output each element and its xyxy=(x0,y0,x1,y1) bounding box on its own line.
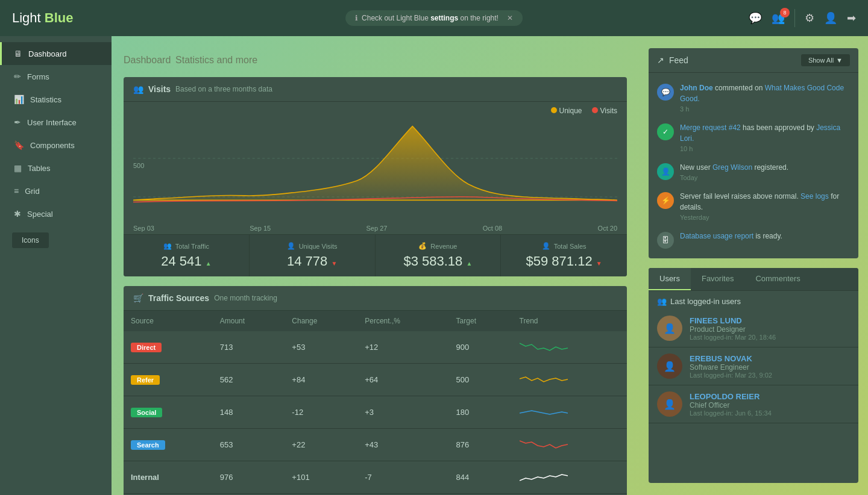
user-name[interactable]: LEOPOLDO REIER xyxy=(690,392,772,401)
col-target: Target xyxy=(449,311,512,331)
feed-item-content: Server fail level raises above normal. S… xyxy=(680,191,850,221)
revenue-trend-icon: ▲ xyxy=(466,260,472,267)
cell-source: Internal xyxy=(124,461,213,494)
chat-icon[interactable]: 💬 xyxy=(749,11,762,25)
sidebar-label-forms: Forms xyxy=(27,72,49,81)
legend-visits: Visits xyxy=(592,107,617,115)
main-content: Dashboard Statistics and more 👥 Visits B… xyxy=(112,36,639,495)
settings-icon[interactable]: ⚙ xyxy=(805,11,814,25)
sidebar-label-statistics: Statistics xyxy=(30,95,61,104)
stat-revenue: 💰 Revenue $3 583.18 ▲ xyxy=(376,235,502,276)
sidebar-label-grid: Grid xyxy=(25,187,40,196)
table-row: Direct 713 +53 +12 900 xyxy=(124,331,627,364)
x-label-0: Sep 03 xyxy=(133,225,154,232)
sidebar-label-tables: Tables xyxy=(28,164,51,173)
sidebar-item-forms[interactable]: ✏ Forms xyxy=(0,65,112,88)
sidebar-label-ui: User Interface xyxy=(27,118,77,127)
icons-button[interactable]: Icons xyxy=(12,232,49,248)
source-badge: Refer xyxy=(131,375,160,385)
cell-amount: 562 xyxy=(213,364,285,396)
cell-amount: 713 xyxy=(213,331,285,364)
feed-card: ↗ Feed Show All ▼ 💬 John Doe commented o… xyxy=(649,48,858,258)
notification-close[interactable]: ✕ xyxy=(507,14,513,22)
users-list: 👤 FINEES LUND Product Designer Last logg… xyxy=(649,310,858,423)
sidebar-item-grid[interactable]: ≡ Grid xyxy=(0,179,112,202)
show-all-button[interactable]: Show All ▼ xyxy=(801,54,850,66)
feed-item-text: New user Greg Wilson registered. xyxy=(680,162,788,173)
sparkline-chart xyxy=(520,435,568,453)
stat-total-traffic: 👥 Total Traffic 24 541 ▲ xyxy=(124,235,250,276)
avatar-placeholder: 👤 xyxy=(664,399,676,410)
visits-card-header: 👥 Visits Based on a three months data xyxy=(124,77,627,102)
feed-item-time: 3 h xyxy=(680,105,850,113)
x-label-4: Oct 20 xyxy=(598,225,617,232)
user-icon[interactable]: 👤 xyxy=(824,11,837,25)
cell-target: 500 xyxy=(449,364,512,396)
table-row: Search 653 +22 +43 876 xyxy=(124,429,627,461)
share-icon: ↗ xyxy=(657,55,664,65)
cell-trend xyxy=(512,364,627,396)
feed-item-icon: ✓ xyxy=(657,123,674,140)
header-actions: 💬 👥 8 ⚙ 👤 ➡ xyxy=(749,9,856,27)
traffic-card-header: 🛒 Traffic Sources One month tracking xyxy=(124,286,627,311)
traffic-sources-card: 🛒 Traffic Sources One month tracking Sou… xyxy=(124,286,627,495)
stat-label-revenue: 💰 Revenue xyxy=(385,242,491,250)
users-icon[interactable]: 👥 8 xyxy=(772,11,785,25)
stat-value-revenue: $3 583.18 ▲ xyxy=(385,254,491,269)
traffic-icon: 👥 xyxy=(163,242,172,250)
logo: Light Blue xyxy=(12,10,74,26)
logo-bold: Blue xyxy=(45,10,74,25)
table-header-row: Source Amount Change Percent.,% Target T… xyxy=(124,311,627,331)
logo-light: Light xyxy=(12,10,41,25)
feed-items: 💬 John Doe commented on What Makes Good … xyxy=(649,73,858,258)
ui-icon: ✒ xyxy=(14,117,21,127)
table-row: Social 148 -12 +3 180 xyxy=(124,396,627,429)
header: Light Blue ℹ Check out Light Blue settin… xyxy=(0,0,868,36)
user-last-login: Last logged-in: Mar 20, 18:46 xyxy=(690,334,776,341)
feed-item: 💬 John Doe commented on What Makes Good … xyxy=(649,78,858,117)
table-row: Internal 976 +101 -7 844 xyxy=(124,461,627,494)
feed-item-content: Database usage report is ready. xyxy=(680,231,782,243)
tab-commenters[interactable]: Commenters xyxy=(744,268,811,290)
tab-favorites[interactable]: Favorites xyxy=(691,268,744,290)
cart-icon: 🛒 xyxy=(133,293,143,303)
feed-item: ✓ Merge request #42 has been approved by… xyxy=(649,117,858,157)
source-text: Internal xyxy=(131,473,159,482)
layout: 🖥 Dashboard ✏ Forms 📊 Statistics ✒ User … xyxy=(0,36,868,495)
logout-icon[interactable]: ➡ xyxy=(847,11,856,25)
sidebar-item-user-interface[interactable]: ✒ User Interface xyxy=(0,111,112,134)
sparkline-chart xyxy=(520,337,568,355)
sidebar-item-special[interactable]: ✱ Special xyxy=(0,202,112,225)
sparkline-chart xyxy=(520,370,568,388)
sidebar: 🖥 Dashboard ✏ Forms 📊 Statistics ✒ User … xyxy=(0,36,112,495)
notification-text: Check out Light Blue settings on the rig… xyxy=(362,14,498,22)
sidebar-item-statistics[interactable]: 📊 Statistics xyxy=(0,88,112,111)
feed-title: ↗ Feed xyxy=(657,55,688,65)
user-role: Software Engineer xyxy=(690,363,772,372)
cell-target: 876 xyxy=(449,429,512,461)
user-avatar: 👤 xyxy=(657,391,682,417)
x-label-1: Sep 15 xyxy=(250,225,271,232)
feed-item: 👤 New user Greg Wilson registered. Today xyxy=(649,157,858,186)
table-row: Refer 562 +84 +64 500 xyxy=(124,364,627,396)
feed-item-content: New user Greg Wilson registered. Today xyxy=(680,162,788,181)
cell-trend xyxy=(512,461,627,494)
sidebar-item-dashboard[interactable]: 🖥 Dashboard xyxy=(0,42,112,65)
traffic-subtitle: One month tracking xyxy=(214,294,277,302)
user-name[interactable]: EREBUS NOVAK xyxy=(690,354,772,363)
tab-users[interactable]: Users xyxy=(649,268,691,290)
stats-bar: 👥 Total Traffic 24 541 ▲ 👤 Unique Visits… xyxy=(124,234,627,276)
users-panel-title: 👥 Last logged-in users xyxy=(649,291,858,310)
col-amount: Amount xyxy=(213,311,285,331)
user-role: Chief Officer xyxy=(690,401,772,409)
feed-item-text: Database usage report is ready. xyxy=(680,231,782,241)
stat-label-traffic: 👥 Total Traffic xyxy=(133,242,239,250)
sidebar-item-tables[interactable]: ▦ Tables xyxy=(0,157,112,179)
user-name[interactable]: FINEES LUND xyxy=(690,316,776,325)
user-info: EREBUS NOVAK Software Engineer Last logg… xyxy=(690,354,772,379)
cell-source: Direct xyxy=(124,331,213,364)
feed-item-time: 10 h xyxy=(680,145,850,152)
stat-value-traffic: 24 541 ▲ xyxy=(133,254,239,269)
dashboard-icon: 🖥 xyxy=(14,49,22,58)
sidebar-item-components[interactable]: 🔖 Components xyxy=(0,134,112,157)
